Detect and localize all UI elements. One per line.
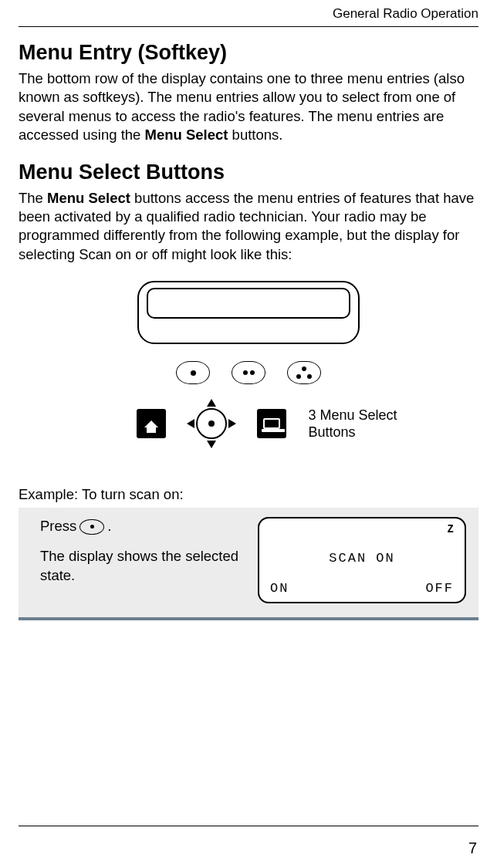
radio-diagram: 3 Menu Select Buttons (19, 281, 478, 448)
lcd-left-softkey: ON (270, 581, 289, 596)
menu-entry-heading: Menu Entry (Softkey) (19, 41, 478, 65)
menu-select-bold: Menu Select (47, 190, 130, 206)
radio-display-frame (137, 281, 360, 344)
home-icon (137, 409, 166, 438)
lcd-center-text: SCAN ON (259, 551, 465, 566)
lcd-display: Z SCAN ON ON OFF (258, 517, 466, 603)
menu-entry-bold: Menu Select (145, 127, 228, 143)
diagram-caption: 3 Menu Select Buttons (308, 407, 397, 441)
example-instructions: Press . The display shows the selected s… (40, 517, 244, 596)
softkey-button-1 (176, 361, 210, 384)
example-intro: Example: To turn scan on: (19, 486, 478, 503)
dot-icon (243, 370, 248, 375)
footer-rule (19, 826, 478, 826)
menu-entry-text-2: buttons. (228, 127, 282, 143)
diagram-caption-line2: Buttons (308, 424, 355, 440)
example-result-text: The display shows the selected state. (40, 547, 244, 586)
softkey-button-2 (232, 361, 265, 384)
menu-select-body: The Menu Select buttons access the menu … (19, 189, 478, 265)
softkey-button-3 (287, 361, 321, 384)
menu-entry-body: The bottom row of the display contains o… (19, 69, 478, 145)
lcd-right-softkey: OFF (425, 581, 454, 596)
menu-select-text-1: The (19, 190, 47, 206)
radio-display-screen (147, 288, 350, 319)
header-section-label: General Radio Operation (19, 0, 478, 26)
softkey-one-dot-icon (79, 519, 104, 535)
dot-icon (191, 370, 196, 376)
softkey-row (176, 361, 321, 384)
example-box: Press . The display shows the selected s… (19, 508, 478, 620)
dot-icon (250, 370, 255, 375)
menu-select-heading: Menu Select Buttons (19, 160, 478, 184)
press-suffix: . (107, 517, 111, 536)
laptop-icon (257, 409, 286, 438)
page-number: 7 (468, 839, 477, 857)
press-prefix: Press (40, 517, 76, 536)
dpad-icon (188, 400, 235, 448)
lcd-indicator: Z (448, 523, 455, 535)
header-rule (19, 26, 478, 27)
nav-row: 3 Menu Select Buttons (19, 400, 478, 448)
press-line: Press . (40, 517, 244, 536)
three-dot-icon (296, 366, 312, 379)
diagram-caption-line1: 3 Menu Select (308, 407, 397, 423)
